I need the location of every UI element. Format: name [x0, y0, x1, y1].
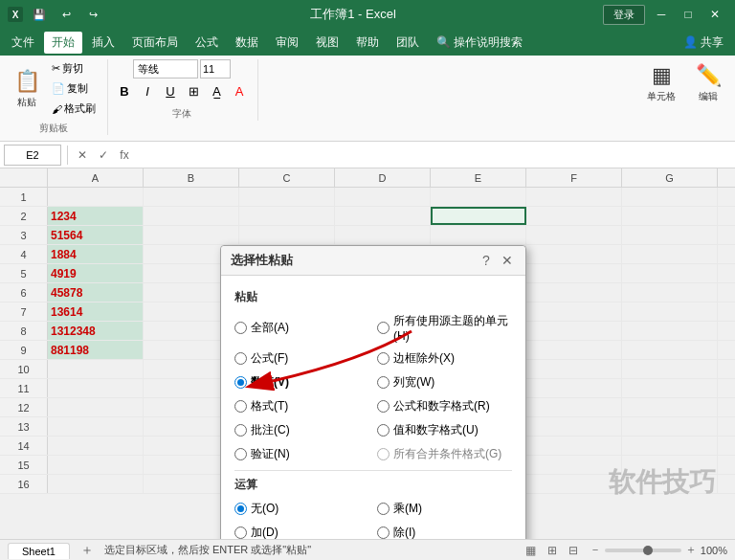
radio-dot-value	[237, 379, 244, 386]
menu-review[interactable]: 审阅	[268, 32, 306, 54]
radio-no-border[interactable]: 边框除外(X)	[377, 348, 512, 369]
font-label: 字体	[172, 103, 191, 121]
font-name-input[interactable]	[133, 59, 198, 78]
radio-comment[interactable]: 批注(C)	[234, 420, 369, 440]
menu-view[interactable]: 视图	[308, 32, 346, 54]
menu-home[interactable]: 开始	[44, 32, 82, 54]
paste-options-grid: 全部(A) 所有使用源主题的单元(H) 公式(F)	[234, 311, 512, 464]
sheet-container: A B C D E F G H I J 1	[0, 168, 735, 539]
menu-share[interactable]: 👤 共享	[676, 32, 731, 54]
radio-label-merge-cond: 所有合并条件格式(G)	[393, 446, 501, 462]
radio-value[interactable]: 数值(V)	[234, 372, 369, 392]
maximize-button[interactable]: □	[676, 6, 701, 23]
radio-label-col-width: 列宽(W)	[393, 374, 434, 391]
formula-bar: ✕ ✓ fx	[0, 142, 735, 168]
underline-button[interactable]: U	[160, 81, 181, 101]
font-size-input[interactable]	[200, 59, 231, 78]
radio-merge-cond[interactable]: 所有合并条件格式(G)	[377, 444, 512, 464]
copy-button[interactable]: 📄 复制	[48, 79, 100, 98]
italic-button[interactable]: I	[137, 81, 158, 101]
zoom-thumb	[643, 546, 653, 555]
radio-circle-no-border	[377, 352, 390, 365]
formula-icons: ✕ ✓ fx	[74, 146, 133, 164]
add-sheet-button[interactable]: ＋	[78, 541, 97, 560]
radio-formula-num[interactable]: 公式和数字格式(R)	[377, 396, 512, 416]
radio-label-comment: 批注(C)	[251, 422, 290, 438]
confirm-icon[interactable]: ✓	[95, 146, 112, 164]
cancel-icon[interactable]: ✕	[74, 146, 91, 164]
ribbon-right-btns: ▦ 单元格 ✏️ 编辑	[641, 59, 727, 107]
ribbon-group-clipboard: 📋 粘贴 ✂ 剪切 📄 复制 🖌 格式刷 剪贴板	[8, 59, 108, 135]
save-btn[interactable]: 💾	[29, 4, 50, 25]
paste-label: 粘贴	[17, 96, 36, 109]
radio-all[interactable]: 全部(A)	[234, 311, 369, 345]
radio-add[interactable]: 加(D)	[234, 523, 369, 539]
menu-page-layout[interactable]: 页面布局	[124, 32, 186, 54]
ribbon-content: 📋 粘贴 ✂ 剪切 📄 复制 🖌 格式刷 剪贴板	[8, 59, 727, 135]
cut-button[interactable]: ✂ 剪切	[48, 59, 100, 78]
paste-button[interactable]: 📋 粘贴	[8, 65, 46, 113]
radio-circle-formula-num	[377, 400, 390, 413]
radio-multiply[interactable]: 乘(M)	[377, 499, 512, 519]
dialog-controls: ? ✕	[478, 252, 516, 269]
edit-label: 编辑	[699, 90, 718, 103]
page-break-view-icon[interactable]: ⊟	[565, 542, 582, 559]
border-button[interactable]: ⊞	[183, 81, 204, 101]
radio-col-width[interactable]: 列宽(W)	[377, 372, 512, 392]
radio-label-add: 加(D)	[251, 525, 278, 539]
page-layout-view-icon[interactable]: ⊞	[544, 542, 561, 559]
sheet-tab-1[interactable]: Sheet1	[8, 543, 70, 559]
menu-team[interactable]: 团队	[389, 32, 427, 54]
radio-validation[interactable]: 验证(N)	[234, 444, 369, 464]
menu-data[interactable]: 数据	[228, 32, 266, 54]
zoom-slider[interactable]	[605, 549, 681, 552]
login-button[interactable]: 登录	[603, 5, 645, 25]
redo-btn[interactable]: ↪	[82, 4, 103, 25]
radio-circle-col-width	[377, 376, 390, 389]
format-painter-icon: 🖌	[52, 103, 62, 115]
dialog-close-button[interactable]: ✕	[499, 252, 516, 269]
radio-circle-none	[234, 503, 247, 515]
radio-none[interactable]: 无(O)	[234, 499, 369, 519]
radio-formula[interactable]: 公式(F)	[234, 348, 369, 369]
radio-circle-divide	[377, 526, 390, 539]
excel-icon: X	[8, 7, 23, 22]
radio-value-num[interactable]: 值和数字格式(U)	[377, 420, 512, 440]
name-box[interactable]	[4, 145, 61, 166]
dialog-help-button[interactable]: ?	[478, 252, 495, 269]
function-icon[interactable]: fx	[116, 146, 133, 164]
radio-divide[interactable]: 除(I)	[377, 523, 512, 539]
formula-input[interactable]	[137, 148, 731, 162]
bold-button[interactable]: B	[114, 81, 135, 101]
font-format-row: B I U ⊞ A̲ A	[114, 81, 250, 101]
zoom-minus-icon[interactable]: －	[590, 542, 601, 558]
radio-label-validation: 验证(N)	[251, 446, 290, 462]
menu-help[interactable]: 帮助	[348, 32, 387, 54]
radio-label-multiply: 乘(M)	[393, 501, 422, 517]
close-button[interactable]: ✕	[702, 6, 727, 23]
zoom-plus-icon[interactable]: ＋	[685, 542, 697, 558]
format-painter-button[interactable]: 🖌 格式刷	[48, 100, 100, 118]
cut-copy-btns: ✂ 剪切 📄 复制 🖌 格式刷	[48, 59, 100, 118]
bottom-bar: Sheet1 ＋ 选定目标区域，然后按 ENTER 或选择"粘贴" ▦ ⊞ ⊟ …	[0, 539, 735, 560]
fill-color-button[interactable]: A̲	[206, 81, 227, 101]
menu-insert[interactable]: 插入	[84, 32, 122, 54]
status-text: 选定目标区域，然后按 ENTER 或选择"粘贴"	[104, 543, 311, 557]
menu-search[interactable]: 🔍 操作说明搜索	[429, 32, 530, 54]
menu-formula[interactable]: 公式	[188, 32, 226, 54]
cell-button[interactable]: ▦ 单元格	[641, 59, 681, 107]
radio-label-formula-num: 公式和数字格式(R)	[393, 398, 490, 414]
font-color-button[interactable]: A	[229, 81, 250, 101]
radio-circle-multiply	[377, 503, 390, 515]
zoom-controls: － ＋ 100%	[590, 542, 727, 558]
radio-label-none: 无(O)	[251, 501, 278, 517]
edit-button[interactable]: ✏️ 编辑	[689, 59, 727, 107]
normal-view-icon[interactable]: ▦	[523, 542, 540, 559]
undo-btn[interactable]: ↩	[56, 4, 77, 25]
radio-circle-add	[234, 526, 247, 539]
radio-label-formula: 公式(F)	[251, 350, 288, 367]
minimize-button[interactable]: ─	[649, 6, 674, 23]
radio-theme[interactable]: 所有使用源主题的单元(H)	[377, 311, 512, 345]
menu-file[interactable]: 文件	[4, 32, 42, 54]
radio-format[interactable]: 格式(T)	[234, 396, 369, 416]
